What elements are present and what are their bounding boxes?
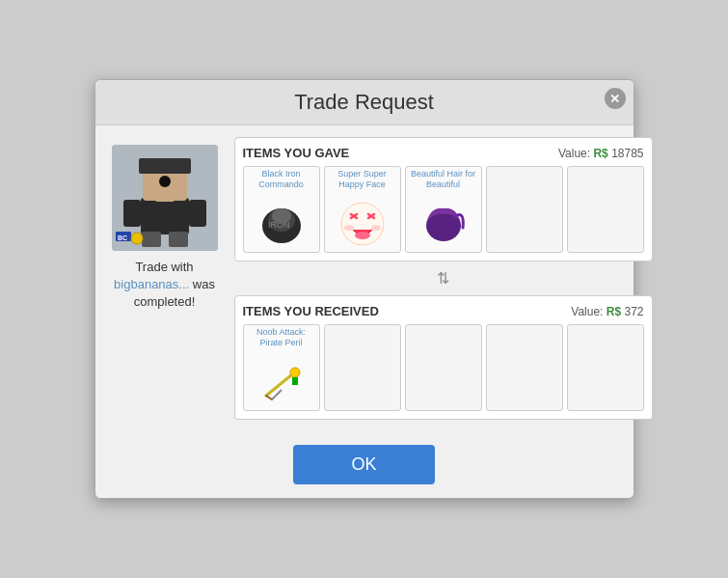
received-items-grid: Noob Attack: Pirate Peril xyxy=(243,324,644,411)
gave-item-1-name: Black Iron Commando xyxy=(246,169,317,194)
gave-value: Value: R$ 18785 xyxy=(558,147,644,160)
trade-username[interactable]: bigbananas... xyxy=(114,277,189,291)
received-item-1: Noob Attack: Pirate Peril xyxy=(243,324,320,411)
gave-item-2-image xyxy=(334,196,391,250)
gave-robux-symbol: R$ xyxy=(593,147,607,160)
close-button[interactable]: ✕ xyxy=(605,88,626,109)
received-value-label: Value: xyxy=(571,305,603,318)
svg-point-4 xyxy=(159,176,171,187)
received-value: Value: R$ 372 xyxy=(571,305,643,318)
gave-item-2: Super Super Happy Face xyxy=(324,166,401,253)
gave-item-3-name: Beautiful Hair for Beautiful xyxy=(408,169,479,194)
svg-point-24 xyxy=(355,232,370,239)
gave-section-header: ITEMS YOU GAVE Value: R$ 18785 xyxy=(243,146,644,160)
received-section-header: ITEMS YOU RECEIVED Value: R$ 372 xyxy=(243,304,644,318)
svg-line-27 xyxy=(266,396,272,399)
avatar: BC xyxy=(112,145,218,251)
svg-point-12 xyxy=(131,233,143,244)
svg-text:BC: BC xyxy=(118,234,127,241)
gave-items-grid: Black Iron Commando IRON Super S xyxy=(243,166,644,253)
svg-rect-6 xyxy=(123,200,141,227)
svg-rect-1 xyxy=(141,198,189,234)
trade-text-1: Trade with xyxy=(135,260,193,274)
gave-section: ITEMS YOU GAVE Value: R$ 18785 Black Iro… xyxy=(234,137,653,261)
svg-rect-30 xyxy=(292,377,298,385)
received-item-4 xyxy=(486,324,563,411)
left-panel: BC Trade with bigbananas... was complete… xyxy=(107,137,223,420)
gave-item-1-image: IRON xyxy=(253,196,310,250)
gave-item-4 xyxy=(486,166,563,253)
received-value-amount: 372 xyxy=(624,305,643,318)
gave-item-3: Beautiful Hair for Beautiful xyxy=(405,166,482,253)
ok-button[interactable]: OK xyxy=(293,445,434,484)
trade-dialog: Trade Request ✕ xyxy=(94,79,634,499)
trade-text-3: completed! xyxy=(134,294,196,309)
dialog-header: Trade Request ✕ xyxy=(95,80,634,125)
dialog-body: BC Trade with bigbananas... was complete… xyxy=(95,125,634,431)
received-robux-symbol: R$ xyxy=(607,305,621,318)
swap-arrows: ⇅ xyxy=(234,265,653,291)
gave-title: ITEMS YOU GAVE xyxy=(243,146,350,160)
svg-point-29 xyxy=(290,368,300,377)
received-item-2 xyxy=(324,324,401,411)
dialog-title: Trade Request xyxy=(294,90,434,114)
gave-item-2-name: Super Super Happy Face xyxy=(327,169,398,194)
gave-value-amount: 18785 xyxy=(611,147,643,160)
received-title: ITEMS YOU RECEIVED xyxy=(243,304,379,318)
gave-item-5 xyxy=(567,166,644,253)
svg-rect-9 xyxy=(169,232,188,247)
svg-rect-8 xyxy=(142,232,161,247)
received-item-1-name: Noob Attack: Pirate Peril xyxy=(246,327,317,352)
gave-item-3-image xyxy=(415,196,472,250)
svg-rect-5 xyxy=(139,158,191,174)
received-section: ITEMS YOU RECEIVED Value: R$ 372 Noob At… xyxy=(234,295,653,420)
trade-text-2: was xyxy=(189,277,215,291)
svg-point-23 xyxy=(371,225,381,231)
received-item-1-image xyxy=(253,354,310,408)
gave-value-label: Value: xyxy=(558,147,590,160)
received-item-5 xyxy=(567,324,644,411)
ok-bar: OK xyxy=(95,431,634,498)
svg-point-22 xyxy=(344,225,354,231)
received-item-3 xyxy=(405,324,482,411)
trade-status: Trade with bigbananas... was completed! xyxy=(114,259,215,312)
right-panel: ITEMS YOU GAVE Value: R$ 18785 Black Iro… xyxy=(234,137,653,420)
svg-point-16 xyxy=(272,208,291,224)
gave-item-1: Black Iron Commando IRON xyxy=(243,166,320,253)
svg-rect-7 xyxy=(189,200,206,227)
